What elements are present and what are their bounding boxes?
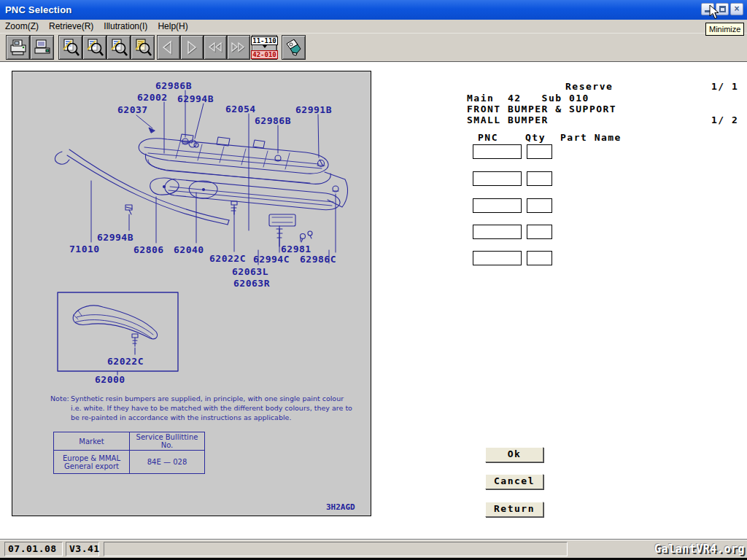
column-header-qty: Qty <box>525 132 546 143</box>
part-label: 62986B <box>155 80 192 91</box>
doc-magnifier-icon <box>61 38 80 57</box>
part-label: 62986C <box>300 254 336 265</box>
qty-input-3[interactable] <box>527 198 552 213</box>
next-illustration-button[interactable] <box>180 35 204 60</box>
column-header-pnc: PNC <box>478 132 498 143</box>
window-title: PNC Selection <box>0 4 71 15</box>
next-arrow-icon <box>183 39 201 56</box>
window-controls: × <box>701 3 743 15</box>
part-label: 62000 <box>95 374 125 385</box>
part-label: 62986B <box>255 115 291 126</box>
down-arrow-icon <box>263 45 267 50</box>
note-line: Synthetic resin bumpers are supplied, in… <box>71 394 364 403</box>
market-line-1: Europe & MMAL <box>55 454 128 462</box>
page-code-bottom: 42-010 <box>251 50 278 59</box>
zoom-doc-button-4[interactable] <box>131 35 155 60</box>
prev-arrow-icon <box>160 39 177 56</box>
market-table-header-market: Market <box>54 432 130 451</box>
status-bar: 07.01.08 V3.41 GalantVR4.org <box>0 539 747 558</box>
prev-group-button[interactable] <box>204 35 227 60</box>
part-label: 62994B <box>177 93 214 104</box>
printer-list-icon <box>33 39 52 56</box>
part-label: 62981 <box>281 244 311 254</box>
illustration-panel: 62986B 62002 62994B 62037 62054 62986B 6… <box>12 71 371 516</box>
minimize-tooltip: Minimize <box>705 23 744 36</box>
pnc-input-4[interactable] <box>473 225 522 239</box>
market-table: Market Service Bullittine No. Europe & M… <box>53 432 205 474</box>
return-button[interactable]: Return <box>485 502 543 517</box>
main-area: 62986B 62002 62994B 62037 62054 62986B 6… <box>0 62 747 539</box>
cancel-button[interactable]: Cancel <box>485 474 543 489</box>
next-group-button[interactable] <box>227 35 250 60</box>
print-button[interactable] <box>6 35 30 60</box>
doc-magnifier-yellow-icon <box>133 38 152 57</box>
search-light-button[interactable] <box>282 35 306 60</box>
close-button[interactable]: × <box>730 3 743 15</box>
qty-input-1[interactable] <box>527 144 552 159</box>
part-label: 62022C <box>107 356 144 367</box>
note-line: be re-painted in accordance with the ins… <box>71 413 364 422</box>
menu-help[interactable]: Help(H) <box>152 20 193 33</box>
market-cell: Europe & MMAL General export <box>54 451 130 474</box>
flashlight-icon <box>285 38 303 57</box>
doc-magnifier-icon <box>85 38 104 57</box>
page-code-top: 11-110 <box>251 36 278 45</box>
paint-note: Note: Synthetic resin bumpers are suppli… <box>50 394 364 422</box>
double-prev-arrow-icon <box>206 39 224 56</box>
page-indicator-top: 1/ 1 <box>711 81 738 92</box>
part-label: 62806 <box>133 244 164 255</box>
sub-assembly-name: SMALL BUMPER <box>467 114 549 125</box>
print-list-button[interactable] <box>30 35 54 60</box>
pnc-input-2[interactable] <box>473 171 522 186</box>
part-label: 62063R <box>233 278 270 289</box>
part-label: 62063L <box>232 266 268 277</box>
prev-illustration-button[interactable] <box>157 35 180 60</box>
app-window: PNC Selection × Zoom(Z) Retrieve(R) Illu… <box>0 0 747 560</box>
watermark: GalantVR4.org <box>654 542 745 556</box>
column-header-part-name: Part Name <box>560 132 622 143</box>
note-line: i.e. white. If they have to be matched w… <box>71 403 364 413</box>
market-table-header-bulletin: Service Bullittine No. <box>130 432 205 451</box>
market-line-2: General export <box>55 462 128 470</box>
part-label: 62054 <box>225 104 256 114</box>
printer-icon <box>9 39 28 56</box>
part-label: 62994C <box>253 254 290 265</box>
part-label: 62022C <box>209 253 246 264</box>
zoom-doc-button-3[interactable] <box>107 35 131 60</box>
qty-input-4[interactable] <box>527 225 552 239</box>
page-indicator-bottom: 1/ 2 <box>711 114 738 125</box>
title-bar[interactable]: PNC Selection × <box>0 0 747 20</box>
toolbar: 11-110 42-010 <box>0 34 747 62</box>
menu-bar: Zoom(Z) Retrieve(R) Illutration(I) Help(… <box>0 20 747 34</box>
reserve-label: Reserve <box>565 81 613 92</box>
double-next-arrow-icon <box>230 39 247 56</box>
part-label: 62002 <box>137 92 168 103</box>
pnc-input-3[interactable] <box>473 198 522 213</box>
note-prefix: Note: <box>50 394 69 403</box>
close-icon: × <box>731 4 743 15</box>
status-date: 07.01.08 <box>4 542 63 556</box>
mouse-cursor <box>709 4 721 20</box>
menu-illustration[interactable]: Illutration(I) <box>98 20 152 33</box>
qty-input-5[interactable] <box>527 251 552 265</box>
bulletin-cell: 84E — 028 <box>130 451 205 474</box>
part-label: 71010 <box>69 244 100 254</box>
page-code-button[interactable]: 11-110 42-010 <box>252 35 277 60</box>
qty-input-2[interactable] <box>527 171 552 186</box>
part-label: 62991B <box>295 104 332 115</box>
drawing-code: 3H2AGD <box>326 502 355 512</box>
part-label: 62040 <box>174 244 204 255</box>
pnc-input-5[interactable] <box>473 251 522 265</box>
doc-magnifier-icon <box>109 38 128 57</box>
menu-retrieve[interactable]: Retrieve(R) <box>44 20 98 33</box>
zoom-doc-button-2[interactable] <box>82 35 107 60</box>
pnc-input-1[interactable] <box>473 144 522 159</box>
status-message <box>104 542 568 556</box>
part-label: 62994B <box>97 232 133 243</box>
assembly-name: FRONT BUMPER & SUPPORT <box>467 104 616 114</box>
menu-zoom[interactable]: Zoom(Z) <box>0 20 44 33</box>
zoom-doc-button-1[interactable] <box>58 35 82 60</box>
ok-button[interactable]: Ok <box>485 447 543 462</box>
part-label: 62037 <box>117 104 148 115</box>
status-version: V3.41 <box>66 542 99 556</box>
